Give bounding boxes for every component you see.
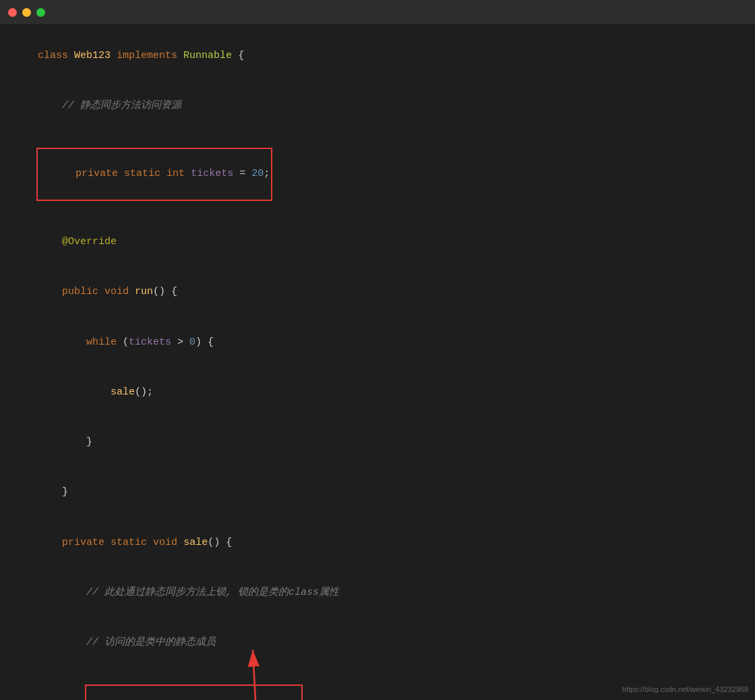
code-area: class Web123 implements Runnable { // 静态…: [0, 24, 755, 700]
code-line-10: private static void sale() {: [13, 518, 742, 568]
code-line-11: // 此处通过静态同步方法上锁, 锁的是类的class属性: [13, 568, 742, 618]
code-line-5: public void run() {: [13, 268, 742, 318]
code-line-8: }: [13, 417, 742, 467]
titlebar: [0, 0, 755, 24]
code-line-7: sale();: [13, 368, 742, 417]
code-line-12: // 访问的是类中的静态成员: [13, 618, 742, 668]
url-watermark: https://blog.csdn.net/weixin_43232958: [622, 685, 748, 693]
code-line-1: class Web123 implements Runnable {: [13, 31, 742, 81]
minimize-button[interactable]: [22, 8, 31, 17]
code-line-3: private static int tickets = 20;: [13, 132, 742, 218]
code-line-4: @Override: [13, 217, 742, 267]
close-button[interactable]: [8, 8, 17, 17]
code-line-6: while (tickets > 0) {: [13, 318, 742, 368]
code-line-13: synchronized (Web123.class) {: [13, 668, 742, 701]
maximize-button[interactable]: [36, 8, 45, 17]
code-line-2: // 静态同步方法访问资源: [13, 81, 742, 131]
code-line-9: }: [13, 468, 742, 518]
